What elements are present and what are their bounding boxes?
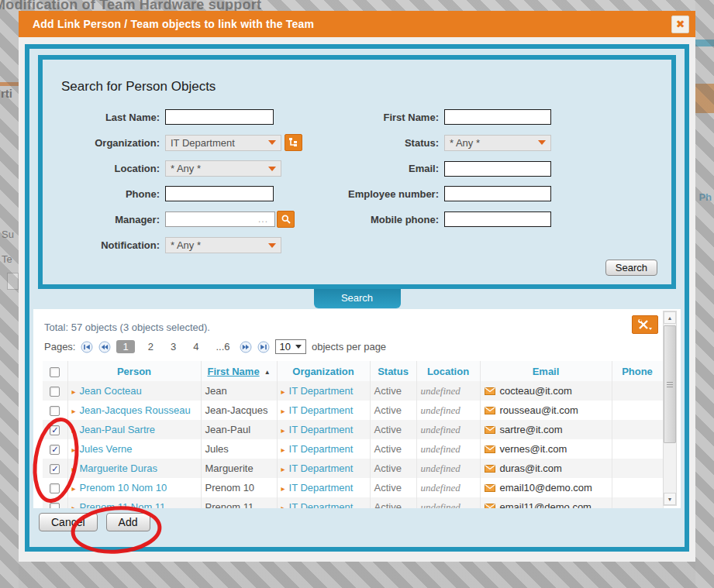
phone-cell bbox=[612, 439, 663, 459]
table-row: ✓▸Jules VerneJules▸IT DepartmentActiveun… bbox=[43, 439, 663, 459]
status-cell: Active bbox=[370, 459, 416, 478]
row-checkbox[interactable]: ✓ bbox=[50, 464, 60, 474]
page-number-6[interactable]: ...6 bbox=[212, 341, 233, 352]
dialog-footer: Cancel Add bbox=[39, 513, 681, 531]
manager-input[interactable] bbox=[165, 211, 275, 227]
location-select[interactable]: * Any * bbox=[165, 160, 281, 177]
cancel-button[interactable]: Cancel bbox=[39, 513, 98, 531]
per-page-select[interactable]: 10 bbox=[275, 339, 306, 354]
scroll-down-button[interactable]: ▼ bbox=[664, 493, 676, 505]
phone-cell bbox=[612, 459, 663, 478]
email-cell: email10@demo.com bbox=[480, 478, 612, 497]
status-cell: Active bbox=[370, 420, 416, 439]
notification-label: Notification: bbox=[58, 239, 165, 251]
table-config-button[interactable] bbox=[632, 315, 658, 334]
tools-icon bbox=[636, 318, 654, 331]
mobile-phone-input[interactable] bbox=[444, 211, 551, 227]
location-cell: undefined bbox=[416, 478, 480, 497]
person-link[interactable]: Prenom 11 Nom 11 bbox=[80, 501, 166, 508]
person-link[interactable]: Jean-Paul Sartre bbox=[80, 424, 156, 435]
email-label: Email: bbox=[311, 163, 444, 174]
phone-cell bbox=[612, 401, 663, 420]
pager: Pages: 1234...6 bbox=[33, 333, 681, 354]
notification-select[interactable]: * Any * bbox=[165, 237, 281, 253]
page-number-4[interactable]: 4 bbox=[189, 341, 202, 352]
location-cell: undefined bbox=[416, 459, 480, 478]
expand-arrow-icon: ▸ bbox=[72, 465, 76, 473]
row-checkbox[interactable] bbox=[50, 406, 60, 416]
row-checkbox[interactable] bbox=[50, 483, 60, 493]
prev-page-button[interactable] bbox=[98, 341, 111, 353]
organization-select[interactable]: IT Department bbox=[165, 135, 281, 151]
organization-link[interactable]: IT Department bbox=[289, 462, 354, 474]
last-name-input[interactable] bbox=[165, 109, 274, 125]
organization-link[interactable]: IT Department bbox=[289, 385, 354, 397]
first-name-input[interactable] bbox=[444, 109, 551, 125]
chevron-down-icon bbox=[268, 243, 276, 248]
expand-arrow-icon: ▸ bbox=[72, 407, 76, 415]
per-page-value: 10 bbox=[280, 341, 291, 352]
close-button[interactable]: ✖ bbox=[671, 15, 689, 33]
email-input[interactable] bbox=[444, 161, 551, 177]
employee-number-input[interactable] bbox=[444, 186, 551, 201]
person-link[interactable]: Jean-Jacques Rousseau bbox=[80, 404, 191, 416]
row-checkbox[interactable]: ✓ bbox=[50, 425, 60, 435]
first-name-cell: Marguerite bbox=[201, 459, 277, 478]
first-page-icon bbox=[81, 341, 93, 353]
last-page-button[interactable] bbox=[257, 341, 270, 353]
prev-page-icon bbox=[98, 341, 111, 353]
email-cell: duras@it.com bbox=[480, 459, 612, 478]
person-link[interactable]: Prenom 10 Nom 10 bbox=[80, 482, 167, 493]
email-cell: sartre@it.com bbox=[480, 420, 612, 439]
email-icon bbox=[485, 444, 495, 456]
phone-cell bbox=[612, 478, 663, 497]
expand-arrow-icon: ▸ bbox=[72, 504, 76, 508]
notification-selected-value: * Any * bbox=[171, 239, 268, 251]
close-icon: ✖ bbox=[676, 18, 685, 30]
person-link[interactable]: Jules Verne bbox=[80, 443, 133, 455]
phone-input[interactable] bbox=[165, 186, 274, 201]
location-cell: undefined bbox=[416, 497, 480, 508]
organization-link[interactable]: IT Department bbox=[289, 404, 354, 416]
results-scrollbar[interactable]: ▲ ▼ bbox=[663, 311, 677, 506]
page-numbers: 1234...6 bbox=[116, 340, 233, 353]
first-name-label: First Name: bbox=[311, 112, 444, 123]
add-button[interactable]: Add bbox=[106, 513, 150, 531]
employee-number-label: Employee number: bbox=[311, 188, 444, 200]
row-checkbox[interactable]: ✓ bbox=[50, 445, 60, 455]
expand-arrow-icon: ▸ bbox=[281, 504, 285, 508]
row-checkbox[interactable] bbox=[50, 503, 60, 508]
status-select[interactable]: * Any * bbox=[444, 135, 551, 151]
next-page-button[interactable] bbox=[240, 341, 252, 353]
page-number-1[interactable]: 1 bbox=[116, 340, 134, 353]
search-button[interactable]: Search bbox=[605, 260, 657, 276]
page-number-2[interactable]: 2 bbox=[144, 341, 157, 352]
search-tab[interactable]: Search bbox=[314, 289, 401, 308]
organization-link[interactable]: IT Department bbox=[289, 424, 354, 435]
scrollbar-thumb[interactable] bbox=[664, 325, 676, 443]
expand-arrow-icon: ▸ bbox=[281, 484, 285, 493]
location-cell: undefined bbox=[416, 420, 480, 439]
organization-link[interactable]: IT Department bbox=[289, 482, 354, 493]
first-page-button[interactable] bbox=[81, 341, 93, 353]
expand-arrow-icon: ▸ bbox=[281, 465, 285, 473]
manager-search-button[interactable] bbox=[277, 211, 295, 228]
organization-link[interactable]: IT Department bbox=[289, 501, 354, 508]
organization-link[interactable]: IT Department bbox=[289, 443, 354, 455]
row-checkbox[interactable] bbox=[50, 387, 60, 397]
scroll-up-button[interactable]: ▲ bbox=[664, 311, 676, 324]
select-all-checkbox[interactable] bbox=[50, 367, 60, 377]
email-icon bbox=[485, 425, 495, 436]
status-selected-value: * Any * bbox=[450, 137, 538, 149]
status-cell: Active bbox=[370, 381, 416, 401]
mobile-phone-label: Mobile phone: bbox=[311, 214, 444, 225]
dialog-content-frame: Search for Person Objects Last Name: Fir… bbox=[25, 44, 689, 552]
page-number-3[interactable]: 3 bbox=[167, 341, 180, 352]
column-status: Status bbox=[370, 361, 416, 381]
organization-hierarchy-button[interactable] bbox=[285, 134, 302, 151]
column-person: Person bbox=[67, 361, 201, 381]
hierarchy-icon bbox=[288, 137, 299, 148]
person-link[interactable]: Jean Cocteau bbox=[80, 385, 142, 397]
column-first-name[interactable]: First Name▲ bbox=[201, 361, 277, 381]
person-link[interactable]: Marguerite Duras bbox=[80, 462, 157, 474]
